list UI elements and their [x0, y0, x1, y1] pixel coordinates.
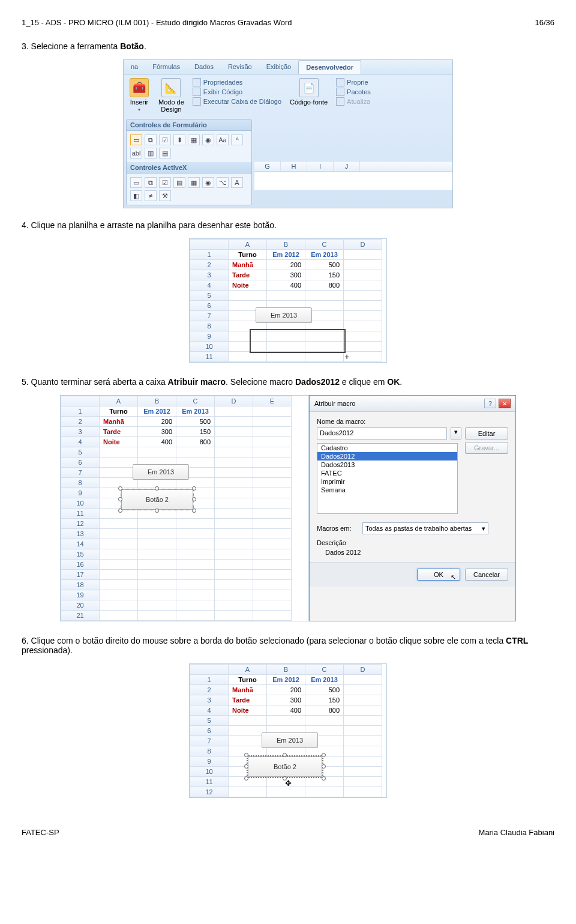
exibir-codigo-button[interactable]: Exibir Código: [193, 88, 281, 96]
ok-button[interactable]: OK ↖: [417, 569, 460, 581]
cell[interactable]: 17: [61, 570, 100, 580]
cell[interactable]: 5: [190, 716, 229, 726]
cell[interactable]: 400: [138, 437, 176, 447]
cell[interactable]: 3: [190, 270, 229, 280]
col-header[interactable]: [190, 240, 229, 250]
checkbox-icon[interactable]: ☑: [159, 134, 171, 145]
botao2-selected[interactable]: Botão 2: [121, 489, 194, 510]
cell[interactable]: 21: [61, 611, 100, 621]
cell[interactable]: [138, 570, 176, 580]
cell[interactable]: 9: [190, 331, 229, 342]
cell[interactable]: 4: [61, 437, 100, 447]
tab-formulas[interactable]: Fórmulas: [145, 60, 187, 74]
macro-item-semana[interactable]: Semana: [317, 486, 457, 494]
cell[interactable]: [253, 519, 292, 529]
cell[interactable]: 11: [190, 352, 229, 362]
cell[interactable]: 300: [267, 270, 305, 280]
cell[interactable]: 1: [190, 250, 229, 260]
cell[interactable]: [344, 695, 382, 705]
cell[interactable]: [229, 726, 267, 736]
cell[interactable]: Turno: [229, 250, 267, 260]
cell[interactable]: [344, 716, 382, 726]
cell[interactable]: Manhã: [229, 260, 267, 270]
col-header[interactable]: B: [267, 665, 305, 675]
cell[interactable]: [253, 570, 292, 580]
cell[interactable]: 8: [190, 746, 229, 756]
cell[interactable]: Em 2012: [267, 675, 305, 685]
macros-em-select[interactable]: Todas as pastas de trabalho abertas ▾: [362, 522, 488, 534]
macro-item-dados2012[interactable]: Dados2012: [317, 452, 457, 460]
cell[interactable]: [253, 600, 292, 611]
spinner-icon[interactable]: ⬍: [173, 134, 185, 145]
cell[interactable]: [305, 291, 344, 301]
cell[interactable]: [138, 519, 176, 529]
cell[interactable]: [100, 570, 138, 580]
cell[interactable]: 1: [61, 406, 100, 417]
cell[interactable]: [215, 539, 253, 549]
cell[interactable]: 12: [61, 519, 100, 529]
ax-scroll-icon[interactable]: ≠: [145, 190, 157, 201]
cell[interactable]: [138, 580, 176, 590]
col-header[interactable]: [61, 396, 100, 406]
cell[interactable]: Manhã: [100, 417, 138, 427]
cell[interactable]: 7: [190, 311, 229, 321]
cancel-button[interactable]: Cancelar: [465, 569, 508, 581]
edit-button[interactable]: Editar: [465, 427, 508, 439]
cell[interactable]: 3: [190, 695, 229, 705]
cell[interactable]: [138, 549, 176, 560]
cell[interactable]: [253, 498, 292, 509]
ax-radio-icon[interactable]: ◉: [202, 177, 214, 188]
cell[interactable]: [176, 539, 215, 549]
cell[interactable]: Turno: [229, 675, 267, 685]
cell[interactable]: [215, 560, 253, 570]
cell[interactable]: [305, 787, 344, 797]
cell[interactable]: [100, 580, 138, 590]
cell[interactable]: 4: [190, 705, 229, 716]
tab-revisao[interactable]: Revisão: [221, 60, 259, 74]
cell[interactable]: [344, 342, 382, 352]
cell[interactable]: Em 2013: [305, 675, 344, 685]
tab-desenvolvedor[interactable]: Desenvolvedor: [298, 60, 361, 74]
cell[interactable]: 400: [267, 280, 305, 291]
cell[interactable]: [215, 549, 253, 560]
cell[interactable]: 8: [61, 478, 100, 488]
cell[interactable]: [215, 600, 253, 611]
cell[interactable]: Em 2012: [138, 406, 176, 417]
cell[interactable]: [176, 529, 215, 539]
cell[interactable]: 6: [190, 726, 229, 736]
cell[interactable]: 800: [305, 280, 344, 291]
proprie-button[interactable]: Proprie: [336, 78, 371, 86]
cell[interactable]: 6: [190, 301, 229, 311]
cell[interactable]: [215, 457, 253, 468]
cell[interactable]: [344, 280, 382, 291]
macro-item-cadastro[interactable]: Cadastro: [317, 444, 457, 452]
col-header[interactable]: C: [176, 396, 215, 406]
cell[interactable]: 14: [61, 539, 100, 549]
cell[interactable]: [344, 777, 382, 787]
ax-text-icon[interactable]: ▦: [188, 177, 200, 188]
col-header[interactable]: A: [100, 396, 138, 406]
cell[interactable]: [344, 301, 382, 311]
cell[interactable]: [138, 560, 176, 570]
cell[interactable]: [305, 716, 344, 726]
grid2-icon[interactable]: ▤: [159, 148, 171, 159]
cell[interactable]: 3: [61, 427, 100, 437]
label-icon[interactable]: Aa: [217, 134, 229, 145]
cell[interactable]: [229, 787, 267, 797]
cell[interactable]: 300: [138, 427, 176, 437]
cell[interactable]: [138, 590, 176, 600]
cell[interactable]: 6: [61, 457, 100, 468]
cell[interactable]: 150: [176, 427, 215, 437]
cell[interactable]: [215, 406, 253, 417]
cell[interactable]: [215, 590, 253, 600]
cell[interactable]: 300: [267, 695, 305, 705]
col-header[interactable]: C: [305, 665, 344, 675]
cell[interactable]: [215, 447, 253, 457]
cell[interactable]: [100, 549, 138, 560]
cell[interactable]: [344, 736, 382, 746]
text-icon[interactable]: ᴬ: [231, 134, 243, 145]
draw-rect[interactable]: [250, 329, 346, 353]
col-header[interactable]: A: [229, 665, 267, 675]
cell[interactable]: [176, 549, 215, 560]
cell[interactable]: 9: [190, 756, 229, 767]
